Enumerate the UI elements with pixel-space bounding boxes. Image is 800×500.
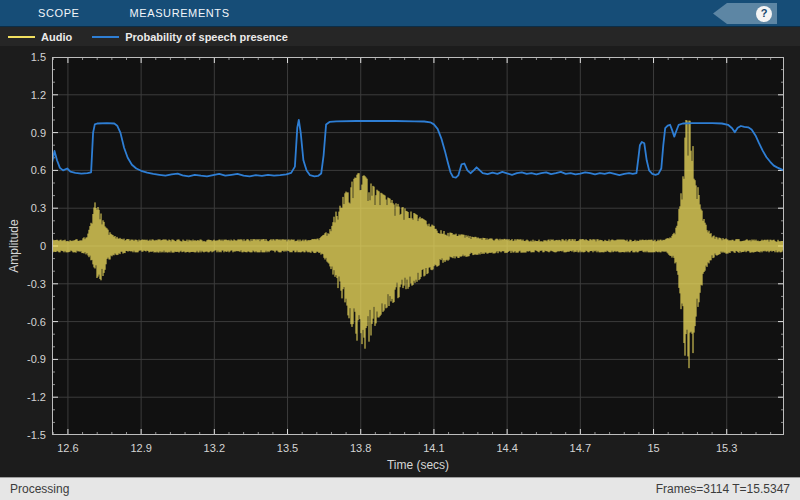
plot-region: Amplitude Time (secs) 12.612.913.213.513… <box>0 46 800 477</box>
x-tick-label: 13.8 <box>339 442 383 454</box>
status-frames-time: Frames=3114 T=15.5347 <box>656 482 790 496</box>
legend: Audio Probability of speech presence <box>0 27 800 46</box>
help-button[interactable]: ? <box>713 3 777 24</box>
audio-line-swatch <box>8 36 35 38</box>
x-tick-label: 15 <box>632 442 676 454</box>
x-tick-label: 12.9 <box>119 442 163 454</box>
x-tick-label: 14.7 <box>558 442 602 454</box>
x-tick-label: 14.4 <box>485 442 529 454</box>
tab-scope[interactable]: SCOPE <box>34 0 84 26</box>
probability-line-swatch <box>92 36 119 38</box>
legend-item-probability[interactable]: Probability of speech presence <box>92 31 288 43</box>
x-tick-label: 13.5 <box>266 442 310 454</box>
x-tick-label: 12.6 <box>46 442 90 454</box>
tab-measurements[interactable]: MEASUREMENTS <box>126 0 234 26</box>
y-tick-label: 0.3 <box>0 202 46 214</box>
status-processing: Processing <box>10 482 69 496</box>
toolstrip: SCOPE MEASUREMENTS ? <box>0 0 800 27</box>
waveform-axes[interactable] <box>52 57 784 435</box>
legend-item-audio[interactable]: Audio <box>8 31 72 43</box>
x-tick-label: 15.3 <box>705 442 749 454</box>
y-tick-label: 0.6 <box>0 164 46 176</box>
y-tick-label: -1.2 <box>0 391 46 403</box>
y-tick-label: -0.9 <box>0 353 46 365</box>
status-bar: Processing Frames=3114 T=15.5347 <box>0 477 800 500</box>
y-tick-label: 0.9 <box>0 127 46 139</box>
y-tick-label: -0.3 <box>0 278 46 290</box>
x-tick-label: 14.1 <box>412 442 456 454</box>
y-tick-label: -0.6 <box>0 316 46 328</box>
y-tick-label: 1.2 <box>0 89 46 101</box>
x-axis-label: Time (secs) <box>52 458 784 472</box>
y-tick-label: -1.5 <box>0 429 46 441</box>
x-tick-label: 13.2 <box>192 442 236 454</box>
legend-label-probability: Probability of speech presence <box>125 31 288 43</box>
legend-label-audio: Audio <box>41 31 72 43</box>
y-tick-label: 0 <box>0 240 46 252</box>
help-icon[interactable]: ? <box>756 6 772 22</box>
scope-window: SCOPE MEASUREMENTS ? Audio Probability o… <box>0 0 800 500</box>
y-tick-label: 1.5 <box>0 51 46 63</box>
